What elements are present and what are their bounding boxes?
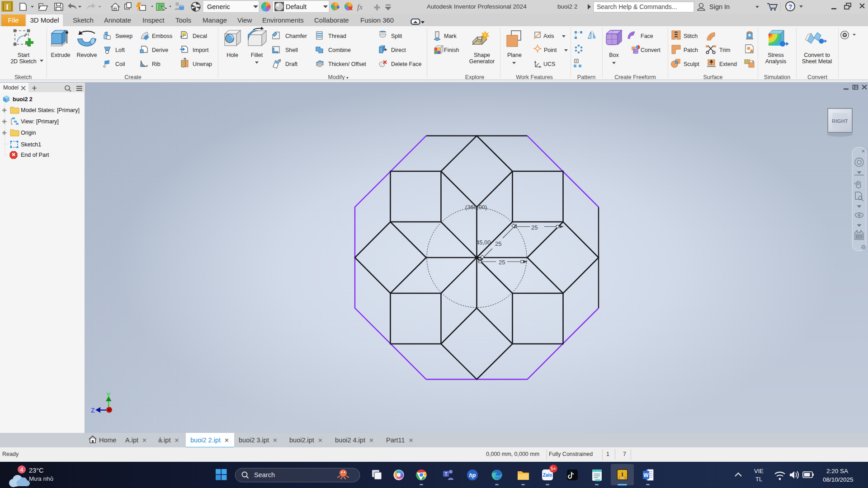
- svg-text:2:20 SA: 2:20 SA: [826, 468, 848, 474]
- svg-text:PRO: PRO: [620, 477, 625, 479]
- svg-text:I: I: [6, 3, 9, 11]
- svg-text:4: 4: [20, 467, 24, 473]
- svg-text:Model: Model: [3, 84, 19, 91]
- svg-text:25: 25: [531, 224, 538, 231]
- svg-text:End of Part: End of Part: [21, 152, 49, 158]
- svg-text:Mưa nhỏ: Mưa nhỏ: [29, 475, 53, 482]
- svg-text:Zalo: Zalo: [543, 473, 552, 478]
- svg-text:Y: Y: [106, 391, 111, 399]
- svg-text:25: 25: [495, 240, 501, 247]
- svg-text:View: [Primary]: View: [Primary]: [21, 118, 59, 125]
- svg-text:Generic: Generic: [207, 3, 230, 10]
- svg-text:Default: Default: [286, 3, 307, 10]
- svg-text:5+: 5+: [551, 466, 556, 471]
- svg-text:Z: Z: [91, 407, 95, 414]
- svg-text:Origin: Origin: [21, 130, 36, 136]
- svg-text:25: 25: [499, 259, 505, 266]
- svg-text:buoi2 2: buoi2 2: [13, 96, 33, 103]
- svg-text:hp: hp: [469, 472, 476, 479]
- svg-text:08/10/2025: 08/10/2025: [823, 476, 854, 483]
- svg-text:Model States: [Primary]: Model States: [Primary]: [21, 107, 80, 113]
- svg-text:Sketch1: Sketch1: [21, 141, 41, 148]
- svg-text:23°C: 23°C: [29, 467, 43, 474]
- svg-text:fx: fx: [357, 3, 363, 11]
- svg-text:Search: Search: [254, 471, 275, 479]
- svg-text:(360,00): (360,00): [465, 204, 487, 211]
- svg-text:Search Help & Commands...: Search Help & Commands...: [597, 3, 677, 10]
- svg-text:VIE: VIE: [754, 468, 764, 474]
- svg-text:W: W: [643, 472, 649, 479]
- svg-text:TL: TL: [755, 476, 762, 483]
- svg-text:45,00: 45,00: [476, 239, 491, 246]
- svg-text:RIGHT: RIGHT: [832, 118, 848, 124]
- svg-text:T: T: [444, 471, 448, 477]
- svg-text:Sign In: Sign In: [709, 3, 730, 10]
- svg-text:?: ?: [788, 3, 792, 10]
